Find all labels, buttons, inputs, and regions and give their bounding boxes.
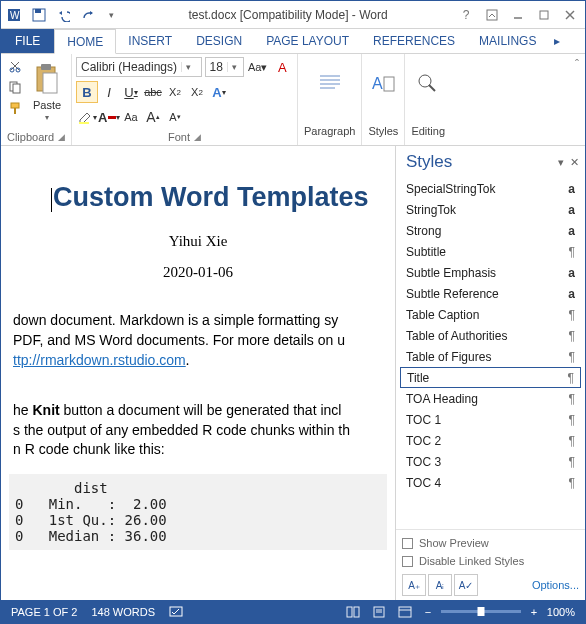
font-dialog-launcher[interactable]: ◢ — [194, 132, 201, 142]
styles-options-link[interactable]: Options... — [532, 579, 579, 591]
style-item-name: StringTok — [406, 203, 456, 217]
slider-thumb[interactable] — [477, 607, 484, 616]
doc-code-block[interactable]: dist 0 Min. : 2.00 0 1st Qu.: 26.00 0 Me… — [9, 474, 387, 550]
svg-rect-28 — [347, 607, 352, 617]
style-inspector-button[interactable]: Aᵢ — [428, 574, 452, 596]
styles-pane-dropdown[interactable]: ▾ — [558, 156, 564, 169]
font-color-button[interactable]: A▾ — [98, 106, 120, 128]
tab-overflow[interactable]: ▸ — [548, 29, 566, 53]
style-item[interactable]: Title¶ — [400, 367, 581, 388]
font-size-combo[interactable]: 18▾ — [205, 57, 244, 77]
svg-rect-16 — [41, 64, 51, 70]
word-app-icon[interactable]: W — [3, 2, 27, 28]
group-styles[interactable]: A Styles — [362, 54, 405, 145]
shrink-font-button[interactable]: A▾ — [164, 106, 186, 128]
font-name-combo[interactable]: Calibri (Headings)▾ — [76, 57, 202, 77]
para-style-icon: ¶ — [569, 308, 575, 322]
tab-insert[interactable]: INSERT — [116, 29, 184, 53]
style-item[interactable]: TOA Heading¶ — [400, 388, 581, 409]
document-pane[interactable]: Custom Word Templates Yihui Xie 2020-01-… — [1, 146, 395, 600]
read-mode-button[interactable] — [343, 604, 363, 620]
proofing-icon[interactable] — [169, 604, 183, 620]
format-painter-button[interactable] — [5, 98, 25, 118]
clipboard-dialog-launcher[interactable]: ◢ — [58, 132, 65, 142]
collapse-ribbon-button[interactable]: ˆ — [575, 54, 585, 145]
tab-page-layout[interactable]: PAGE LAYOUT — [254, 29, 361, 53]
underline-button[interactable]: U▾ — [120, 81, 142, 103]
zoom-out-button[interactable]: − — [421, 606, 435, 618]
svg-rect-33 — [399, 607, 411, 617]
style-item[interactable]: Table of Figures¶ — [400, 346, 581, 367]
print-layout-button[interactable] — [369, 604, 389, 620]
style-item[interactable]: Subtitle¶ — [400, 241, 581, 262]
style-item-name: Table Caption — [406, 308, 479, 322]
highlight-button[interactable]: ▾ — [76, 106, 98, 128]
styles-pane-close[interactable]: ✕ — [570, 156, 579, 169]
superscript-button[interactable]: X2 — [186, 81, 208, 103]
clear-formatting-button[interactable]: A — [271, 56, 293, 78]
zoom-slider[interactable] — [441, 610, 521, 613]
group-paragraph[interactable]: Paragraph — [298, 54, 362, 145]
style-item[interactable]: TOC 2¶ — [400, 430, 581, 451]
doc-link[interactable]: ttp://rmarkdown.rstudio.com — [13, 352, 186, 368]
style-item[interactable]: SpecialStringToka — [400, 178, 581, 199]
minimize-button[interactable] — [505, 2, 531, 28]
change-case-button[interactable]: Aa▾ — [247, 56, 269, 78]
group-editing[interactable]: Editing — [405, 54, 451, 145]
char-shading-button[interactable]: Aa — [120, 106, 142, 128]
style-item[interactable]: Subtle Emphasisa — [400, 262, 581, 283]
close-button[interactable] — [557, 2, 583, 28]
redo-button[interactable] — [75, 2, 99, 28]
style-item-name: TOC 4 — [406, 476, 441, 490]
italic-button[interactable]: I — [98, 81, 120, 103]
help-button[interactable]: ? — [453, 2, 479, 28]
zoom-level[interactable]: 100% — [547, 606, 575, 618]
maximize-button[interactable] — [531, 2, 557, 28]
manage-styles-button[interactable]: A✓ — [454, 574, 478, 596]
show-preview-checkbox[interactable]: Show Preview — [402, 534, 579, 552]
doc-paragraph-2[interactable]: he Knit button a document will be genera… — [9, 401, 387, 461]
svg-line-7 — [566, 11, 574, 19]
zoom-in-button[interactable]: + — [527, 606, 541, 618]
qat-customize-button[interactable]: ▾ — [99, 2, 123, 28]
tab-mailings[interactable]: MAILINGS — [467, 29, 548, 53]
paste-button[interactable]: Paste ▾ — [27, 56, 67, 122]
subscript-button[interactable]: X2 — [164, 81, 186, 103]
tab-design[interactable]: DESIGN — [184, 29, 254, 53]
doc-author[interactable]: Yihui Xie — [9, 233, 387, 250]
undo-button[interactable] — [51, 2, 75, 28]
svg-rect-0 — [8, 9, 20, 21]
style-item[interactable]: TOC 3¶ — [400, 451, 581, 472]
style-item[interactable]: Table Caption¶ — [400, 304, 581, 325]
tab-references[interactable]: REFERENCES — [361, 29, 467, 53]
text-effects-button[interactable]: A▾ — [208, 81, 230, 103]
style-item[interactable]: Stronga — [400, 220, 581, 241]
doc-paragraph-1[interactable]: down document. Markdown is a simple form… — [9, 311, 387, 371]
bold-button[interactable]: B — [76, 81, 98, 103]
doc-date[interactable]: 2020-01-06 — [9, 264, 387, 281]
copy-button[interactable] — [5, 77, 25, 97]
styles-list[interactable]: SpecialStringTokaStringTokaStrongaSubtit… — [396, 178, 585, 529]
para-style-icon: ¶ — [569, 245, 575, 259]
strikethrough-button[interactable]: abc — [142, 81, 164, 103]
style-item[interactable]: StringToka — [400, 199, 581, 220]
save-button[interactable] — [27, 2, 51, 28]
grow-font-button[interactable]: A▴ — [142, 106, 164, 128]
chevron-down-icon: ▾ — [181, 62, 195, 72]
new-style-button[interactable]: A₊ — [402, 574, 426, 596]
word-count[interactable]: 148 WORDS — [91, 606, 155, 618]
doc-title[interactable]: Custom Word Templates — [9, 182, 387, 213]
cut-button[interactable] — [5, 56, 25, 76]
disable-linked-checkbox[interactable]: Disable Linked Styles — [402, 552, 579, 570]
group-editing-label: Editing — [411, 125, 445, 145]
style-item[interactable]: TOC 1¶ — [400, 409, 581, 430]
tab-file[interactable]: FILE — [1, 29, 54, 53]
web-layout-button[interactable] — [395, 604, 415, 620]
style-item[interactable]: Table of Authorities¶ — [400, 325, 581, 346]
style-item[interactable]: TOC 4¶ — [400, 472, 581, 493]
page-indicator[interactable]: PAGE 1 OF 2 — [11, 606, 77, 618]
tab-home[interactable]: HOME — [54, 29, 116, 54]
style-item[interactable]: Subtle Referencea — [400, 283, 581, 304]
window-controls: ? — [453, 2, 585, 28]
ribbon-display-button[interactable] — [479, 2, 505, 28]
